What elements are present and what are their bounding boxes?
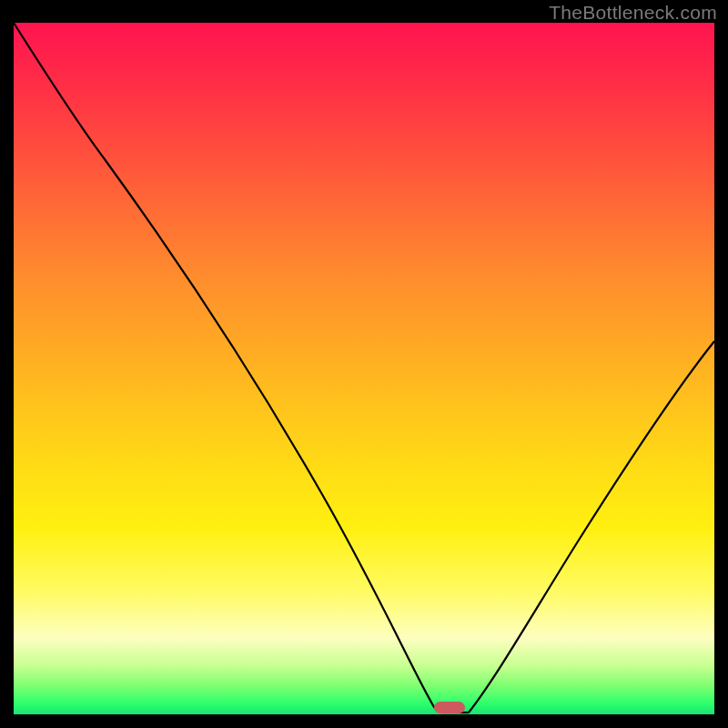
bottleneck-curve bbox=[14, 23, 714, 714]
minimum-marker bbox=[434, 702, 465, 713]
chart-container: TheBottleneck.com bbox=[0, 0, 728, 728]
watermark-label: TheBottleneck.com bbox=[549, 2, 717, 24]
plot-area bbox=[14, 23, 714, 714]
